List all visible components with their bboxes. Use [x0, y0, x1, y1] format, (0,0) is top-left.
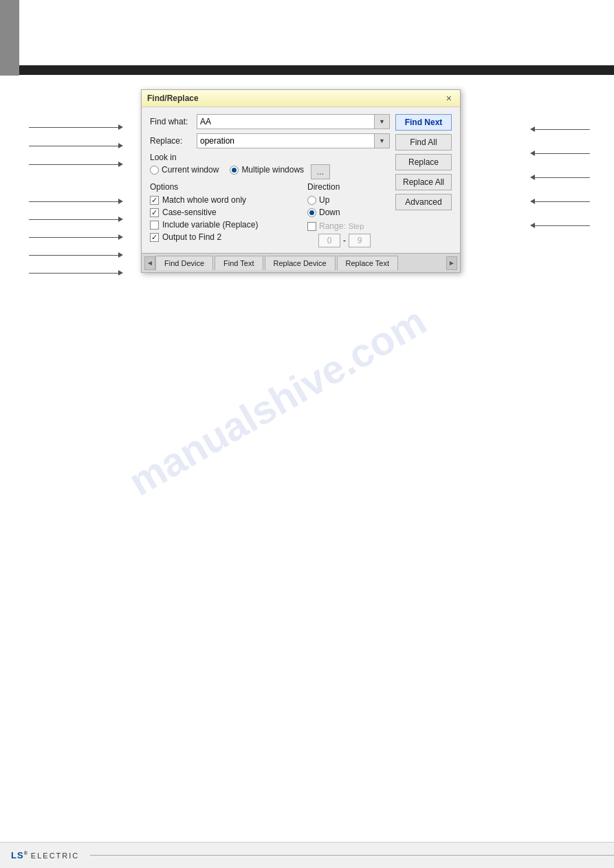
direction-down-label: Down	[319, 208, 340, 217]
replace-input-wrap: ▼	[197, 133, 390, 148]
range-separator: -	[343, 236, 346, 245]
ellipsis-button[interactable]: ...	[311, 164, 330, 179]
replace-dropdown[interactable]: ▼	[375, 133, 390, 148]
replace-all-button[interactable]: Replace All	[395, 174, 452, 190]
range-from-input[interactable]	[318, 234, 340, 247]
tab-scroll-left[interactable]: ◄	[144, 256, 155, 270]
range-row: Range: Step	[307, 221, 390, 231]
dialog-tabs: ◄ Find Device Find Text Replace Device R…	[142, 253, 460, 272]
find-what-dropdown[interactable]: ▼	[375, 114, 390, 129]
look-in-section: Look in Current window Multiple windows	[150, 153, 390, 179]
dialog-left-content: Find what: ▼ Replace: ▼	[150, 114, 390, 247]
tab-scroll-right[interactable]: ►	[446, 256, 457, 270]
look-in-label: Look in	[150, 153, 390, 162]
direction-column: Direction Up Down Range:	[307, 182, 390, 247]
output-to-find-label: Output to Find 2	[162, 232, 221, 242]
tab-find-device[interactable]: Find Device	[155, 256, 213, 270]
replace-label: Replace:	[150, 136, 197, 146]
logo-electric: ELECTRIC	[31, 852, 79, 860]
options-direction-area: Options Match whole word only Case-sensi…	[150, 182, 390, 247]
multiple-windows-label: Multiple windows	[241, 165, 304, 175]
step-label: Step	[349, 222, 364, 230]
output-to-find-option[interactable]: Output to Find 2	[150, 232, 296, 242]
match-whole-word-label: Match whole word only	[162, 195, 246, 205]
case-sensitive-option[interactable]: Case-sensitive	[150, 208, 296, 217]
options-column: Options Match whole word only Case-sensi…	[150, 182, 296, 247]
right-arrows	[530, 107, 590, 236]
footer: LS® ELECTRIC	[0, 842, 614, 868]
include-variable-checkbox[interactable]	[150, 221, 159, 230]
direction-down-option[interactable]: Down	[307, 208, 390, 217]
top-bar	[19, 65, 614, 75]
tabs-list: Find Device Find Text Replace Device Rep…	[155, 256, 446, 270]
range-label: Range:	[319, 221, 346, 231]
case-sensitive-label: Case-sensitive	[162, 208, 217, 217]
dialog-body: Find what: ▼ Replace: ▼	[142, 107, 460, 253]
find-what-row: Find what: ▼	[150, 114, 390, 129]
find-what-label: Find what:	[150, 117, 197, 126]
logo-ls: LS	[11, 850, 24, 860]
include-variable-label: Include variable (Replace)	[162, 220, 258, 230]
direction-up-option[interactable]: Up	[307, 195, 390, 205]
options-heading: Options	[150, 182, 296, 192]
dialog-right-buttons: Find Next Find All Replace Replace All A…	[390, 114, 452, 247]
current-window-option[interactable]: Current window	[150, 165, 219, 175]
dialog-titlebar: Find/Replace ×	[142, 90, 460, 107]
range-to-input[interactable]	[349, 234, 371, 247]
watermark: manualshive.com	[121, 298, 434, 504]
replace-input[interactable]	[197, 133, 375, 148]
replace-row: Replace: ▼	[150, 133, 390, 148]
direction-heading: Direction	[307, 182, 390, 192]
find-all-button[interactable]: Find All	[395, 134, 452, 151]
current-window-radio[interactable]	[150, 166, 159, 175]
range-checkbox[interactable]	[307, 222, 316, 231]
direction-up-label: Up	[319, 195, 329, 205]
multiple-windows-option[interactable]: Multiple windows	[230, 165, 304, 175]
include-variable-option[interactable]: Include variable (Replace)	[150, 220, 296, 230]
tab-replace-device[interactable]: Replace Device	[265, 256, 336, 270]
find-next-button[interactable]: Find Next	[395, 114, 452, 131]
direction-up-radio[interactable]	[307, 196, 316, 205]
current-window-label: Current window	[162, 165, 219, 175]
multiple-windows-radio[interactable]	[230, 166, 239, 175]
find-what-input[interactable]	[197, 114, 375, 129]
replace-button[interactable]: Replace	[395, 154, 452, 170]
close-button[interactable]: ×	[443, 93, 454, 103]
find-replace-dialog: Find/Replace × Find what: ▼	[141, 89, 461, 273]
advanced-button[interactable]: Advanced	[395, 194, 452, 210]
ls-electric-logo: LS® ELECTRIC	[11, 850, 79, 860]
dialog-title: Find/Replace	[147, 93, 199, 103]
tab-find-text[interactable]: Find Text	[215, 256, 263, 270]
output-to-find-checkbox[interactable]	[150, 233, 159, 242]
case-sensitive-checkbox[interactable]	[150, 208, 159, 217]
tab-replace-text[interactable]: Replace Text	[337, 256, 398, 270]
match-whole-word-checkbox[interactable]	[150, 196, 159, 205]
find-input-wrap: ▼	[197, 114, 390, 129]
direction-down-radio[interactable]	[307, 208, 316, 217]
match-whole-word-option[interactable]: Match whole word only	[150, 195, 296, 205]
left-arrows	[29, 107, 123, 281]
look-in-options: Current window Multiple windows	[150, 165, 304, 175]
sidebar-strip	[0, 0, 19, 76]
